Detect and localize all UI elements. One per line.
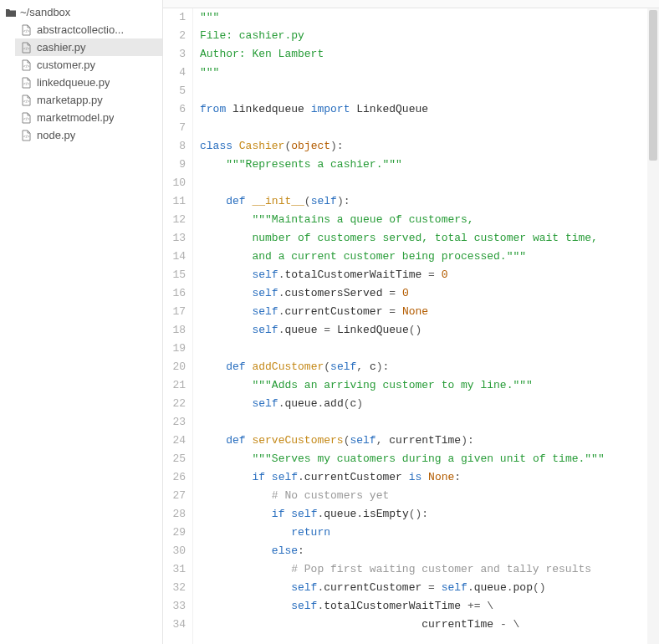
code-line [200, 82, 659, 100]
file-item[interactable]: </>abstractcollectio... [15, 21, 162, 38]
tree-root-label: ~/sandbox [20, 6, 70, 18]
file-icon: </> [20, 130, 32, 141]
file-item[interactable]: </>customer.py [15, 56, 162, 74]
svg-text:</>: </> [23, 28, 29, 33]
line-number: 4 [163, 64, 186, 82]
svg-text:</>: </> [23, 64, 29, 69]
svg-text:</>: </> [23, 81, 29, 86]
code-line: """Maintains a queue of customers, [200, 211, 659, 229]
code-line: # No customers yet [200, 487, 659, 505]
code-line: """ [200, 8, 659, 27]
scrollbar-thumb[interactable] [649, 10, 657, 161]
line-number: 16 [163, 284, 186, 303]
code-line: self.currentCustomer = None [200, 303, 659, 321]
code-line: # Pop first waiting customer and tally r… [200, 560, 659, 579]
file-item-label: node.py [37, 129, 75, 141]
file-item-label: customer.py [37, 59, 95, 71]
code-line: currentTime - \ [200, 616, 659, 634]
line-number: 2 [163, 27, 186, 45]
line-number: 14 [163, 248, 186, 266]
file-icon: </> [20, 59, 32, 71]
line-number: 9 [163, 156, 186, 174]
code-line: def addCustomer(self, c): [200, 358, 659, 376]
line-number: 25 [163, 450, 186, 468]
line-number: 6 [163, 100, 186, 119]
file-icon: </> [20, 42, 32, 54]
code-line [200, 119, 659, 137]
code-line: self.currentCustomer = self.queue.pop() [200, 579, 659, 597]
code-line: self.totalCustomerWaitTime = 0 [200, 266, 659, 284]
line-number: 20 [163, 358, 186, 376]
code-line [200, 174, 659, 192]
code-line: from linkedqueue import LinkedQueue [200, 100, 659, 119]
file-tree-sidebar: ~/sandbox </>abstractcollectio...</>cash… [0, 0, 163, 644]
line-number: 32 [163, 579, 186, 597]
line-number: 31 [163, 560, 186, 579]
line-number: 26 [163, 468, 186, 487]
code-line [200, 413, 659, 432]
line-number-gutter: 1234567891011121314151617181920212223242… [163, 8, 193, 644]
code-line: number of customers served, total custom… [200, 229, 659, 248]
line-number: 33 [163, 597, 186, 616]
code-line: """Adds an arriving customer to my line.… [200, 376, 659, 395]
editor-body[interactable]: 1234567891011121314151617181920212223242… [163, 8, 659, 644]
code-line: self.totalCustomerWaitTime += \ [200, 597, 659, 616]
line-number: 10 [163, 174, 186, 192]
code-line: else: [200, 542, 659, 560]
line-number: 22 [163, 395, 186, 413]
file-item[interactable]: </>marketapp.py [15, 91, 162, 109]
code-line: self.queue.add(c) [200, 395, 659, 413]
code-line: self.queue = LinkedQueue() [200, 321, 659, 340]
code-area[interactable]: """File: cashier.pyAuthor: Ken Lambert""… [193, 8, 659, 644]
line-number: 29 [163, 524, 186, 542]
code-line: def serveCustomers(self, currentTime): [200, 432, 659, 450]
code-line: if self.queue.isEmpty(): [200, 505, 659, 524]
code-line: return [200, 524, 659, 542]
svg-text:</>: </> [23, 134, 29, 139]
code-line: def __init__(self): [200, 192, 659, 211]
file-item-label: abstractcollectio... [37, 23, 124, 36]
line-number: 1 [163, 8, 186, 27]
line-number: 13 [163, 229, 186, 248]
line-number: 18 [163, 321, 186, 340]
line-number: 3 [163, 45, 186, 64]
editor-panel: 1234567891011121314151617181920212223242… [163, 0, 659, 644]
line-number: 24 [163, 432, 186, 450]
file-icon: </> [20, 77, 32, 89]
code-line: if self.currentCustomer is None: [200, 468, 659, 487]
line-number: 17 [163, 303, 186, 321]
code-line: """Represents a cashier.""" [200, 156, 659, 174]
code-line: and a current customer being processed."… [200, 248, 659, 266]
vertical-scrollbar[interactable] [647, 8, 659, 644]
editor-toolbar [163, 0, 659, 8]
code-line [200, 340, 659, 358]
code-line: """Serves my cuatomers during a given un… [200, 450, 659, 468]
code-line: """ [200, 64, 659, 82]
code-line: File: cashier.py [200, 27, 659, 45]
svg-text:</>: </> [23, 46, 29, 51]
file-item[interactable]: </>node.py [15, 126, 162, 144]
line-number: 30 [163, 542, 186, 560]
file-icon: </> [20, 112, 32, 124]
line-number: 12 [163, 211, 186, 229]
file-icon: </> [20, 24, 32, 36]
svg-text:</>: </> [23, 99, 29, 104]
file-item-label: linkedqueue.py [37, 76, 110, 89]
line-number: 8 [163, 137, 186, 156]
folder-icon [5, 8, 17, 18]
line-number: 11 [163, 192, 186, 211]
file-list: </>abstractcollectio...</>cashier.py</>c… [0, 21, 162, 144]
line-number: 34 [163, 616, 186, 634]
file-icon: </> [20, 95, 32, 106]
tree-root-folder[interactable]: ~/sandbox [0, 3, 162, 21]
line-number: 19 [163, 340, 186, 358]
file-item[interactable]: </>linkedqueue.py [15, 74, 162, 91]
code-line: class Cashier(object): [200, 137, 659, 156]
file-item[interactable]: </>cashier.py [15, 38, 162, 56]
file-item-label: marketapp.py [37, 94, 103, 106]
line-number: 21 [163, 376, 186, 395]
file-item[interactable]: </>marketmodel.py [15, 109, 162, 126]
svg-text:</>: </> [23, 116, 29, 121]
line-number: 15 [163, 266, 186, 284]
line-number: 23 [163, 413, 186, 432]
